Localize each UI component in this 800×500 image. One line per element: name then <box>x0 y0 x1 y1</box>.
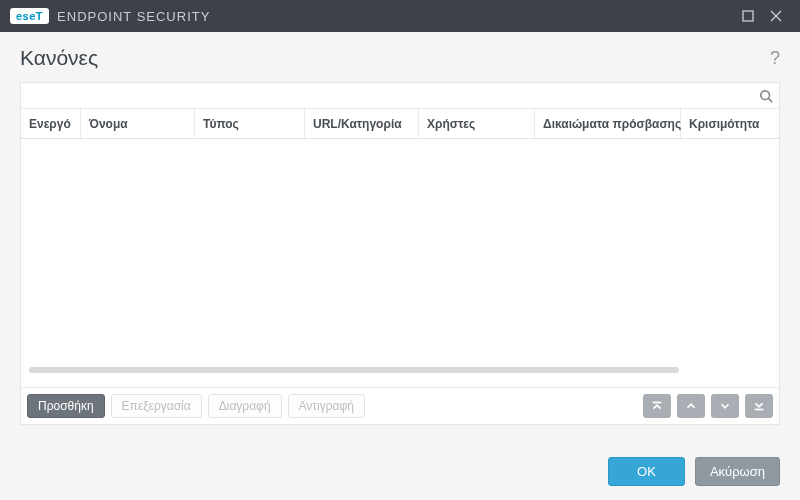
titlebar: eseT ENDPOINT SECURITY <box>0 0 800 32</box>
col-name[interactable]: Όνομα <box>81 109 195 138</box>
brand-logo: eseT <box>10 8 49 24</box>
svg-rect-0 <box>743 11 753 21</box>
col-url-category[interactable]: URL/Κατηγορία <box>305 109 419 138</box>
svg-point-3 <box>761 90 770 99</box>
app-name: ENDPOINT SECURITY <box>57 9 210 24</box>
dialog-footer: OK Ακύρωση <box>0 435 800 486</box>
search-input[interactable] <box>29 85 759 107</box>
move-bottom-button <box>745 394 773 418</box>
chevron-up-icon <box>684 399 698 413</box>
col-active[interactable]: Ενεργό <box>21 109 81 138</box>
copy-button: Αντιγραφή <box>288 394 365 418</box>
col-permissions[interactable]: Δικαιώματα πρόσβασης <box>535 109 681 138</box>
cancel-button[interactable]: Ακύρωση <box>695 457 780 486</box>
ok-button[interactable]: OK <box>608 457 685 486</box>
col-type[interactable]: Τύπος <box>195 109 305 138</box>
move-down-button <box>711 394 739 418</box>
chevron-top-icon <box>650 399 664 413</box>
chevron-down-icon <box>718 399 732 413</box>
table-actions: Προσθήκη Επεξεργασία Διαγραφή Αντιγραφή <box>21 387 779 424</box>
chevron-bottom-icon <box>752 399 766 413</box>
close-button[interactable] <box>762 2 790 30</box>
table-body <box>21 139 779 377</box>
search-icon[interactable] <box>759 89 773 103</box>
minimize-button[interactable] <box>734 2 762 30</box>
horizontal-scrollbar[interactable] <box>29 367 679 373</box>
rules-panel: Ενεργό Όνομα Τύπος URL/Κατηγορία Χρήστες… <box>20 82 780 425</box>
svg-line-4 <box>769 98 773 102</box>
page-title: Κανόνες <box>20 46 98 70</box>
edit-button: Επεξεργασία <box>111 394 202 418</box>
minimize-icon <box>742 10 754 22</box>
move-top-button <box>643 394 671 418</box>
add-button[interactable]: Προσθήκη <box>27 394 105 418</box>
search-row <box>21 83 779 109</box>
help-icon[interactable]: ? <box>770 48 780 69</box>
table-header: Ενεργό Όνομα Τύπος URL/Κατηγορία Χρήστες… <box>21 109 779 139</box>
col-users[interactable]: Χρήστες <box>419 109 535 138</box>
col-criticality[interactable]: Κρισιμότητα <box>681 109 779 138</box>
delete-button: Διαγραφή <box>208 394 282 418</box>
move-up-button <box>677 394 705 418</box>
rules-table: Ενεργό Όνομα Τύπος URL/Κατηγορία Χρήστες… <box>21 109 779 387</box>
close-icon <box>770 10 782 22</box>
